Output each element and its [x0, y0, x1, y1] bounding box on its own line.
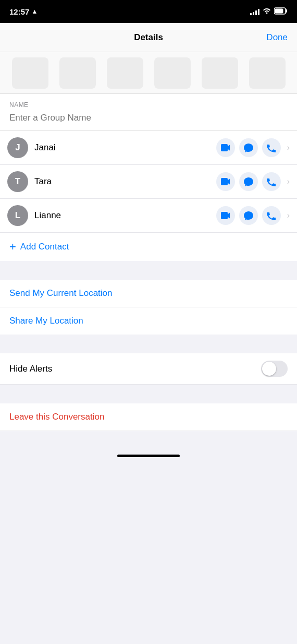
share-location-button[interactable]: Share My Location: [0, 307, 297, 335]
contact-actions-janai: ›: [216, 138, 290, 157]
message-button-tara[interactable]: [239, 172, 258, 191]
hide-alerts-label: Hide Alerts: [9, 364, 52, 374]
message-button-janai[interactable]: [239, 138, 258, 157]
home-indicator: [117, 455, 180, 457]
avatar-slot-2: [59, 57, 96, 89]
message-button-lianne[interactable]: [239, 206, 258, 225]
section-divider-2: [0, 335, 297, 353]
video-call-button-lianne[interactable]: [216, 206, 235, 225]
header: Details Done: [0, 23, 297, 52]
contact-row-tara: T Tara ›: [0, 165, 297, 199]
status-bar: 12:57 ▲: [0, 0, 297, 23]
chevron-icon-lianne: ›: [287, 211, 290, 220]
avatar-slot-5: [202, 57, 238, 89]
section-divider-3: [0, 385, 297, 403]
battery-icon: [274, 7, 288, 16]
avatar-slot-6: [249, 57, 286, 89]
avatar-slot-4: [154, 57, 191, 89]
name-label: NAME: [9, 101, 288, 109]
toggle-knob: [262, 362, 276, 376]
location-arrow-icon: ▲: [31, 8, 38, 15]
add-contact-row[interactable]: + Add Contact: [0, 233, 297, 261]
contact-name-janai: Janai: [34, 142, 216, 153]
contact-row-janai: J Janai ›: [0, 131, 297, 165]
group-name-input[interactable]: [9, 111, 288, 128]
contacts-section: J Janai › T Tara: [0, 131, 297, 261]
avatar-strip: [0, 52, 297, 94]
section-divider-1: [0, 261, 297, 280]
contact-name-tara: Tara: [34, 176, 216, 187]
avatar-janai: J: [7, 137, 28, 158]
contact-name-lianne: Lianne: [34, 210, 216, 221]
add-contact-label: Add Contact: [20, 242, 69, 252]
contact-actions-tara: ›: [216, 172, 290, 191]
status-time: 12:57 ▲: [9, 7, 38, 16]
video-call-button-tara[interactable]: [216, 172, 235, 191]
phone-button-lianne[interactable]: [262, 206, 281, 225]
contact-row-lianne: L Lianne ›: [0, 199, 297, 233]
bottom-spacer: [0, 431, 297, 462]
avatar-slot-3: [107, 57, 143, 89]
name-section: NAME: [0, 94, 297, 131]
chevron-icon-tara: ›: [287, 177, 290, 186]
avatar-lianne: L: [7, 205, 28, 226]
svg-rect-2: [275, 8, 283, 13]
hide-alerts-row: Hide Alerts: [0, 353, 297, 385]
status-icons: [250, 7, 288, 16]
signal-icon: [250, 8, 259, 15]
send-current-location-button[interactable]: Send My Current Location: [0, 280, 297, 307]
location-section: Send My Current Location Share My Locati…: [0, 280, 297, 335]
wifi-icon: [263, 7, 271, 16]
done-button[interactable]: Done: [266, 32, 288, 43]
hide-alerts-toggle[interactable]: [261, 361, 288, 377]
video-call-button-janai[interactable]: [216, 138, 235, 157]
leave-conversation-button[interactable]: Leave this Conversation: [0, 403, 297, 431]
header-title: Details: [134, 32, 163, 43]
svg-rect-1: [286, 9, 288, 13]
chevron-icon-janai: ›: [287, 143, 290, 152]
add-contact-plus-icon: +: [9, 241, 16, 253]
phone-button-tara[interactable]: [262, 172, 281, 191]
avatar-slot-1: [12, 57, 48, 89]
phone-button-janai[interactable]: [262, 138, 281, 157]
contact-actions-lianne: ›: [216, 206, 290, 225]
avatar-tara: T: [7, 171, 28, 192]
